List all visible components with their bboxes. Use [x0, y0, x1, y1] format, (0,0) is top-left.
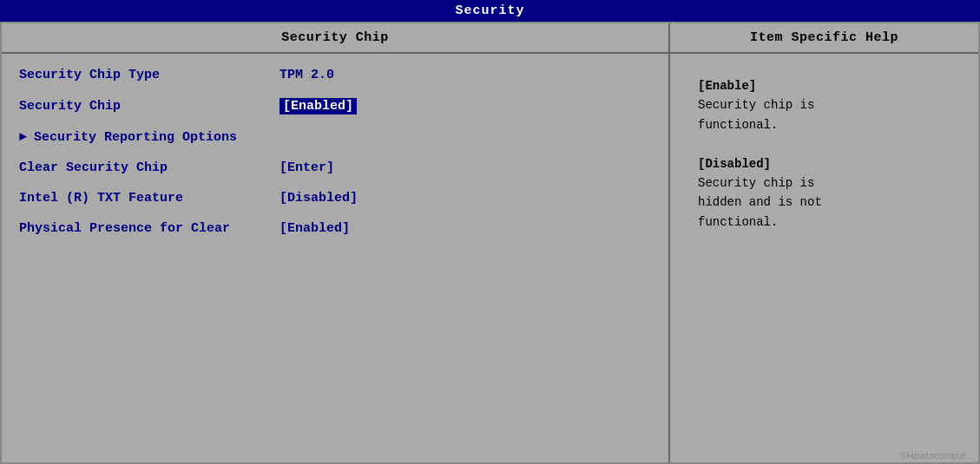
security-chip-type-value: TPM 2.0 — [280, 68, 334, 82]
title-bar: Security — [0, 0, 980, 22]
security-chip-type-label: Security Chip Type — [19, 68, 280, 82]
help-enable-bracket: [Enable] — [698, 79, 756, 93]
security-chip-label: Security Chip — [19, 99, 280, 114]
intel-txt-value: [Disabled] — [280, 191, 358, 206]
bios-screen: Security Security Chip Security Chip Typ… — [0, 0, 980, 464]
help-line-4: hidden and is not — [698, 195, 822, 209]
security-chip-value: [Enabled] — [280, 98, 357, 114]
right-panel-body: [Enable] Security chip is functional. [D… — [670, 54, 978, 462]
help-line-1: Security chip is — [698, 98, 814, 112]
intel-txt-label: Intel (R) TXT Feature — [19, 191, 280, 206]
physical-presence-value: [Enabled] — [280, 221, 350, 236]
clear-security-chip-value: [Enter] — [280, 160, 334, 175]
help-line-5: functional. — [698, 215, 778, 229]
left-panel: Security Chip Security Chip Type TPM 2.0… — [2, 23, 670, 462]
help-line-2: functional. — [698, 118, 778, 132]
menu-item-security-reporting[interactable]: ► Security Reporting Options — [19, 130, 651, 145]
physical-presence-label: Physical Presence for Clear — [19, 221, 280, 236]
menu-item-clear-security-chip[interactable]: Clear Security Chip [Enter] — [19, 160, 651, 175]
page-title: Security — [455, 3, 524, 18]
security-reporting-label: Security Reporting Options — [34, 130, 294, 145]
left-panel-body: Security Chip Type TPM 2.0 Security Chip… — [2, 54, 668, 462]
menu-item-security-chip[interactable]: Security Chip [Enabled] — [19, 98, 651, 114]
content-area: Security Chip Security Chip Type TPM 2.0… — [0, 22, 980, 464]
menu-item-intel-txt[interactable]: Intel (R) TXT Feature [Disabled] — [19, 191, 651, 206]
watermark: ©Howtocomput... — [899, 450, 973, 461]
help-disabled-bracket: [Disabled] — [698, 157, 771, 171]
right-panel-header: Item Specific Help — [670, 23, 978, 54]
right-panel: Item Specific Help [Enable] Security chi… — [670, 23, 978, 462]
clear-security-chip-label: Clear Security Chip — [19, 160, 280, 175]
arrow-icon: ► — [19, 130, 27, 145]
left-panel-header: Security Chip — [2, 23, 668, 54]
help-text: [Enable] Security chip is functional. [D… — [687, 68, 961, 240]
menu-item-physical-presence[interactable]: Physical Presence for Clear [Enabled] — [19, 221, 651, 236]
menu-item-security-chip-type[interactable]: Security Chip Type TPM 2.0 — [19, 68, 651, 82]
help-line-3: Security chip is — [698, 176, 814, 190]
